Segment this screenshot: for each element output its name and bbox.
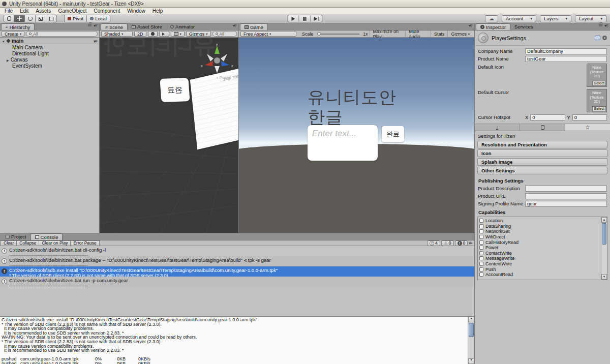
scroll-down-arrow[interactable]	[601, 274, 607, 280]
panel-menu-icon[interactable]	[94, 20, 97, 29]
scene-mirrored-done-button[interactable]: 완료	[160, 78, 190, 102]
capability-messagewrite[interactable]: MessageWrite	[479, 256, 599, 261]
section-publishing-settings[interactable]: Publishing Settings	[475, 175, 610, 185]
select-button[interactable]: Select	[592, 106, 606, 111]
platform-tab-tizen[interactable]	[565, 124, 610, 131]
default-icon-slot[interactable]: None (Texture 2D) Select	[587, 64, 607, 87]
step-button[interactable]	[311, 15, 323, 22]
tab-animator[interactable]: Animator	[166, 23, 199, 30]
hand-tool-button[interactable]	[4, 15, 14, 22]
section-other-settings[interactable]: Other Settings	[477, 167, 607, 174]
move-tool-button[interactable]	[14, 15, 25, 22]
capability-networkget[interactable]: NetworkGet	[479, 229, 599, 234]
scene-row[interactable]: main	[0, 38, 99, 44]
capability-wifidirect[interactable]: WifiDirect	[479, 234, 599, 240]
section-splash-image[interactable]: Splash Image	[477, 158, 607, 166]
lock-icon[interactable]	[599, 24, 602, 26]
tab-inspector[interactable]: Inspector	[476, 23, 510, 30]
pause-button[interactable]	[299, 15, 311, 22]
scene-search-input[interactable]: All	[212, 31, 237, 37]
signing-profile-field[interactable]: gear	[525, 201, 607, 207]
company-name-field[interactable]: DefaultCompany	[525, 48, 607, 54]
capability-location[interactable]: Location	[479, 218, 599, 224]
checkbox-unchecked[interactable]	[479, 219, 483, 223]
menu-window[interactable]: Window	[124, 8, 149, 14]
stats-toggle[interactable]: Stats	[431, 31, 448, 38]
panel-menu-icon[interactable]	[233, 20, 236, 29]
audio-toggle[interactable]	[159, 31, 169, 37]
section-resolution-presentation[interactable]: Resolution and Presentation	[477, 141, 607, 148]
cloud-services-button[interactable]	[485, 15, 498, 22]
hotspot-y-field[interactable]: 0	[572, 114, 607, 120]
panel-menu-icon[interactable]	[604, 20, 608, 29]
scene-menu-icon[interactable]	[94, 38, 97, 44]
2d-toggle[interactable]: 2D	[134, 31, 146, 37]
checkbox-unchecked[interactable]	[479, 251, 483, 255]
platform-tab-device[interactable]	[520, 124, 565, 131]
log-entry-selected[interactable]: C:/tizen-sdk\tools\sdb.exe install "D:\0…	[0, 266, 474, 277]
tab-scene[interactable]: Scene	[101, 23, 128, 30]
log-entry[interactable]: C:/tizen-sdk\tools\ide/bin/tizen.bat run…	[0, 277, 474, 287]
hierarchy-search-input[interactable]: All	[26, 31, 98, 37]
tab-project[interactable]: Project	[1, 233, 30, 240]
hierarchy-item-canvas[interactable]: Canvas	[0, 56, 99, 63]
checkbox-unchecked[interactable]	[479, 229, 483, 233]
scene-orientation-gizmo[interactable]: y x z	[199, 44, 235, 76]
game-done-button[interactable]: 완료	[382, 126, 404, 142]
menu-gameobject[interactable]: GameObject	[54, 8, 90, 14]
scale-slider-handle[interactable]	[317, 32, 321, 36]
capability-contactwrite[interactable]: ContactWrite	[479, 251, 599, 256]
scale-slider[interactable]	[317, 34, 360, 35]
checkbox-unchecked[interactable]	[479, 256, 483, 260]
checkbox-unchecked[interactable]	[479, 272, 483, 277]
shading-mode-dropdown[interactable]: Shaded	[101, 31, 133, 37]
menu-help[interactable]: Help	[149, 8, 167, 14]
checkbox-unchecked[interactable]	[479, 235, 483, 239]
foldout-closed-icon[interactable]	[7, 57, 9, 63]
tab-console[interactable]: Console	[30, 233, 63, 240]
hierarchy-item-directional-light[interactable]: Directional Light	[0, 50, 99, 56]
capability-accountread[interactable]: AccountRead	[479, 272, 599, 278]
scale-tool-button[interactable]	[36, 15, 46, 22]
error-count-toggle[interactable]: 0	[455, 240, 468, 246]
perspective-label[interactable]: Persp	[217, 75, 231, 80]
log-entry[interactable]: C:/tizen-sdk\tools\ide/bin/tizen.bat cli…	[0, 246, 474, 256]
warning-count-toggle[interactable]: 0	[441, 240, 454, 246]
play-button[interactable]	[288, 15, 299, 22]
game-input-field[interactable]: Enter text...	[308, 125, 378, 161]
lock-icon[interactable]	[88, 24, 92, 26]
detail-scrollbar[interactable]	[468, 317, 474, 364]
tab-services[interactable]: Services	[510, 23, 537, 30]
scroll-up-arrow[interactable]	[468, 317, 474, 322]
help-icon[interactable]	[595, 36, 600, 40]
product-url-field[interactable]	[525, 193, 607, 199]
section-icon[interactable]: Icon	[477, 149, 607, 157]
rotate-tool-button[interactable]	[25, 15, 36, 22]
hierarchy-item-eventsystem[interactable]: EventSystem	[0, 63, 99, 69]
capability-datasharing[interactable]: DataSharing	[479, 224, 599, 229]
error-pause-toggle[interactable]: Error Pause	[71, 240, 99, 246]
mute-audio-toggle[interactable]: Mute audio	[405, 31, 431, 38]
checkbox-unchecked[interactable]	[479, 262, 483, 266]
product-description-field[interactable]	[525, 186, 607, 192]
menu-edit[interactable]: Edit	[16, 8, 32, 14]
tab-hierarchy[interactable]: ≡ Hierarchy	[1, 23, 35, 30]
log-entry[interactable]: C:/tizen-sdk\tools\ide/bin/tizen.bat pac…	[0, 256, 474, 266]
game-viewport[interactable]: 유니티도안 한글 Enter text... 완료	[239, 38, 474, 233]
clear-on-play-toggle[interactable]: Clear on Play	[39, 240, 71, 246]
clear-button[interactable]: Clear	[1, 240, 17, 246]
pivot-button[interactable]: Pivot	[64, 15, 87, 22]
effects-dropdown[interactable]	[171, 31, 185, 37]
capability-power[interactable]: Power	[479, 245, 599, 251]
create-button[interactable]: Create	[2, 31, 24, 37]
checkbox-unchecked[interactable]	[479, 224, 483, 228]
scene-viewport[interactable]: 유니티도안	[100, 38, 238, 233]
panel-menu-icon[interactable]	[469, 240, 472, 246]
scroll-thumb[interactable]	[469, 323, 474, 337]
info-count-toggle[interactable]: 4	[427, 240, 440, 246]
menu-assets[interactable]: Assets	[32, 8, 54, 14]
foldout-open-icon[interactable]	[2, 38, 5, 44]
default-cursor-slot[interactable]: None (Texture 2D) Select	[587, 89, 607, 112]
scroll-up-arrow[interactable]	[601, 217, 607, 223]
game-gizmos-dropdown[interactable]: Gizmos▾	[447, 31, 473, 38]
